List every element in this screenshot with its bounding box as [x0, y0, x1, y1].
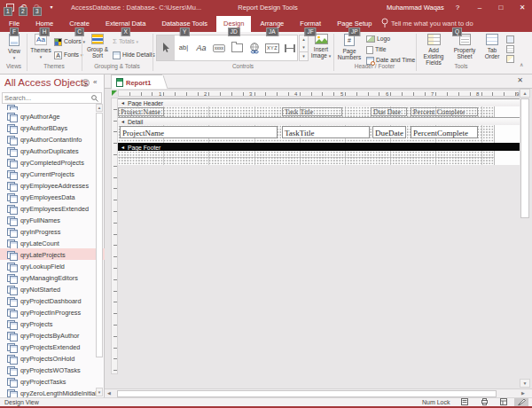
maximize-button[interactable]: □: [491, 0, 511, 16]
label-control[interactable]: Aa: [192, 35, 210, 60]
document-tab-report1[interactable]: Report1: [111, 75, 162, 89]
search-icon[interactable]: [91, 95, 98, 102]
qat-customize-icon[interactable]: ▾: [46, 3, 57, 12]
canvas-hscroll-thumb[interactable]: [117, 390, 497, 397]
view-button[interactable]: View▾: [3, 34, 26, 61]
add-existing-fields-button[interactable]: Add Existing Fields: [419, 34, 449, 66]
header-label-percent-complete[interactable]: Percent Complete: [411, 107, 478, 116]
nav-scroll-thumb[interactable]: [96, 113, 103, 357]
tab-database-tools[interactable]: Database ToolsY: [154, 16, 215, 32]
tell-me-box[interactable]: Tell me what you want to do Q: [381, 16, 473, 32]
textbox-task-title[interactable]: TaskTitle: [282, 126, 370, 138]
list-item[interactable]: qryProjectInProgress: [0, 306, 105, 318]
page-header-band[interactable]: Project Name Task Title Due Date Percent…: [118, 106, 520, 117]
tab-home[interactable]: HomeH: [28, 16, 60, 32]
canvas-scroll-left[interactable]: ◀: [107, 390, 111, 396]
header-label-project-name[interactable]: Project Name: [118, 107, 164, 116]
title-button[interactable]: Title: [366, 45, 387, 55]
text-box-control[interactable]: ab|: [175, 35, 192, 60]
tab-control[interactable]: [228, 35, 246, 60]
nav-scroll-down[interactable]: ▼: [96, 388, 103, 396]
gallery-scroll-up[interactable]: ▴: [300, 35, 308, 43]
themes-button[interactable]: Aa Themes▾: [29, 34, 52, 60]
list-item[interactable]: qryLookupField: [0, 260, 105, 271]
list-item-selected[interactable]: qryLateProjects: [0, 248, 105, 260]
convert-macros-icon[interactable]: [506, 55, 514, 63]
detail-section-bar[interactable]: ◄Detail: [118, 117, 520, 125]
list-item[interactable]: qryProjects: [0, 318, 105, 329]
list-item[interactable]: qryInProgress: [0, 225, 105, 237]
tab-create[interactable]: CreateC: [62, 16, 97, 32]
vertical-ruler[interactable]: [111, 98, 118, 374]
totals-button[interactable]: ΣTotals ▾: [113, 37, 138, 47]
page-header-section-bar[interactable]: ◄Page Header: [118, 98, 520, 106]
tab-arrange[interactable]: ArrangeJA: [254, 16, 292, 32]
list-item[interactable]: qryProjectsOnHold: [0, 352, 105, 364]
header-label-due-date[interactable]: Due Date: [371, 107, 407, 116]
canvas-scroll-down[interactable]: ▼: [520, 379, 530, 388]
colors-button[interactable]: Colors ▾: [54, 37, 85, 47]
tab-order-button[interactable]: Tab Order: [481, 34, 504, 59]
fonts-button[interactable]: AFonts ▾: [54, 51, 82, 60]
list-item[interactable]: qryProjectsWOTasks: [0, 364, 105, 375]
print-preview-button[interactable]: [477, 398, 491, 406]
document-close-icon[interactable]: ✕: [517, 76, 523, 84]
canvas-vscroll-thumb[interactable]: [520, 98, 529, 218]
nav-scroll-up[interactable]: ▲: [96, 104, 103, 112]
tab-format[interactable]: FormatJF: [293, 16, 328, 32]
page-footer-section-bar[interactable]: ◄Page Footer: [118, 143, 520, 151]
list-item[interactable]: qryProjectsByAuthor: [0, 329, 105, 341]
shutter-close-icon[interactable]: «: [93, 78, 97, 86]
design-view-button[interactable]: [514, 398, 528, 406]
list-item[interactable]: qryAuthorContantInfo: [0, 133, 105, 145]
group-sort-button[interactable]: Group & Sort: [84, 34, 111, 59]
list-item[interactable]: qryEmployeesData: [0, 191, 105, 202]
tab-external-data[interactable]: External DataX: [98, 16, 153, 32]
hyperlink-control[interactable]: [246, 35, 263, 60]
list-item[interactable]: qryFullNames: [0, 214, 105, 225]
property-sheet-button[interactable]: Property Sheet: [450, 34, 479, 59]
list-item[interactable]: qryAuthorDuplicates: [0, 145, 105, 156]
collapse-ribbon-icon[interactable]: ∧: [520, 61, 523, 67]
close-button[interactable]: ✕: [512, 0, 532, 16]
canvas-scroll-up[interactable]: ▲: [520, 89, 530, 98]
list-item[interactable]: qryAuthorAge: [0, 110, 105, 122]
report-selector-corner[interactable]: [112, 90, 117, 96]
account-user-name[interactable]: Muhammad Waqas: [387, 4, 444, 12]
hide-details-button[interactable]: Hide Details: [113, 51, 155, 60]
page-numbers-button[interactable]: # Page Numbers: [336, 34, 363, 60]
detail-band[interactable]: ProjectName TaskTitle DueDate PercentCom…: [118, 125, 520, 143]
horizontal-ruler[interactable]: 1 2 3 4 5 6 7 8 9: [118, 90, 520, 97]
page-footer-band[interactable]: [118, 151, 520, 165]
view-code-icon[interactable]: [506, 45, 514, 53]
list-item[interactable]: qryNotStarted: [0, 283, 105, 294]
tab-file[interactable]: FileF: [2, 16, 27, 32]
tab-design[interactable]: DesignJD: [216, 16, 251, 32]
nav-menu-icon[interactable]: ▾: [82, 79, 90, 87]
search-input[interactable]: [4, 93, 90, 103]
list-item[interactable]: qryEmployeesExtended: [0, 202, 105, 214]
textbox-due-date[interactable]: DueDate: [372, 126, 406, 138]
help-button[interactable]: ?: [448, 0, 467, 16]
select-pointer-control[interactable]: [157, 35, 175, 60]
list-item[interactable]: qryProjectsExtended: [0, 341, 105, 352]
textbox-percent-complete[interactable]: PercentComplete: [411, 126, 478, 138]
subreport-in-new-window-icon[interactable]: [506, 35, 514, 43]
tab-page-setup[interactable]: Page SetupJP: [330, 16, 379, 32]
list-item[interactable]: qryCompletedProjects: [0, 156, 105, 168]
list-item[interactable]: qryZeroLengthMiddleInitial: [0, 387, 105, 397]
list-item[interactable]: qryProjectTasks: [0, 375, 105, 387]
layout-view-button[interactable]: [497, 398, 511, 406]
textbox-project-name[interactable]: ProjectName: [120, 126, 278, 138]
canvas-scroll-right[interactable]: ▶: [521, 390, 525, 396]
insert-image-button[interactable]: Insert Image ▾: [310, 34, 332, 59]
list-item[interactable]: qryProjectDashboard: [0, 294, 105, 306]
gallery-scroll-down[interactable]: ▾: [300, 43, 308, 51]
report-view-button[interactable]: [458, 398, 472, 406]
insert-page-break-control[interactable]: [281, 35, 299, 60]
list-item[interactable]: qryLateCount: [0, 237, 105, 248]
header-label-task-title[interactable]: Task Title: [282, 107, 342, 116]
list-item[interactable]: qryCurrentProjects: [0, 168, 105, 179]
list-item[interactable]: qryEmployeeAddresses: [0, 179, 105, 191]
gallery-more-button[interactable]: ▾: [300, 51, 308, 60]
